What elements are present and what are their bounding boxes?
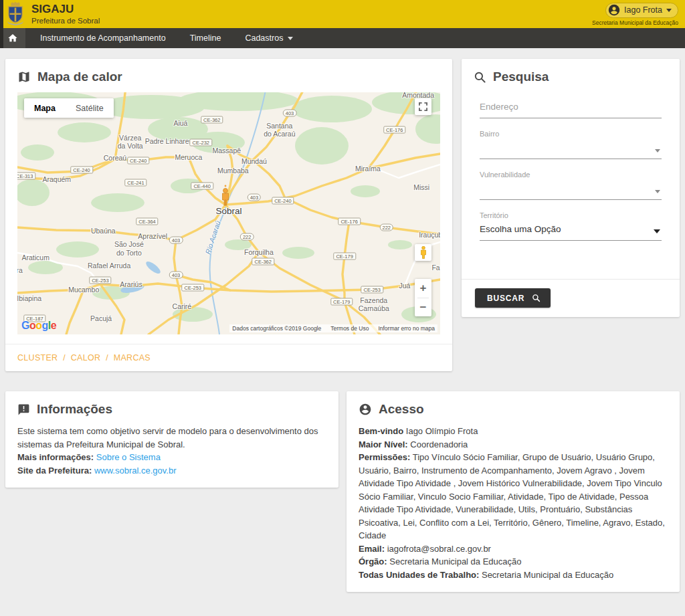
map-town-label: Pacujá [90,314,112,322]
map-road-badge: CE-313 [17,172,35,179]
main-nav: Instrumento de Acompanhamento Timeline C… [0,28,685,48]
search-icon [474,71,486,84]
field-bairro: Bairro [480,130,662,159]
search-form: Bairro Vulnerabilidade Território [462,92,680,241]
select-caret-icon [655,149,660,152]
map-road-badge: 403 [283,110,297,117]
marcas-link[interactable]: MARCAS [114,353,151,363]
user-menu-button[interactable]: Iago Frota [605,3,678,18]
account-circle-icon [359,403,372,416]
access-line: Bem-vindo Iago Olímpio Frota [359,425,668,438]
map-road-badge: CE-240 [70,166,92,173]
calor-link[interactable]: CALOR [71,353,101,363]
map-icon [17,70,31,84]
window-edge [0,0,3,48]
user-name: Iago Frota [624,5,662,15]
access-line: Todas Unidades de Trabalho: Secretaria M… [359,569,668,582]
map-road-badge: 403 [248,194,262,201]
info-card-body: Este sistema tem como objetivo servir de… [5,425,338,477]
territorio-selected-value: Escolha uma Opção [480,219,662,234]
map-town-label: São José do Torto [114,240,144,256]
google-map[interactable]: AmontadaAiuáSantana do AcaraúPadre Linha… [17,92,440,334]
user-avatar-icon [608,4,620,16]
brand-text: SIGAJU Prefeitura de Sobral [31,3,100,25]
map-road-badge: CE-253 [89,276,111,284]
map-road-badge: CE-362 [201,116,223,123]
more-info-label: Mais informações: [17,452,94,462]
map-town-label: Fazenda Carnaúba [359,296,389,312]
map-road-badge: CE-362 [252,258,274,266]
search-icon [532,294,541,302]
info-card-title: Informações [37,402,112,417]
nav-home-button[interactable] [0,28,25,48]
map-town-label: Sobral [215,206,241,217]
access-line: Órgão: Secretaria Municipal da Educação [359,555,668,569]
map-town-label: ajara [17,266,23,274]
vulnerabilidade-select[interactable] [480,179,662,200]
map-town-label: Aiuá [173,119,187,127]
fullscreen-button[interactable] [415,98,431,115]
map-town-label: Missi [413,183,429,191]
terms-of-use-link[interactable]: Termos de Uso [330,325,369,332]
prefeitura-site-link[interactable]: www.sobral.ce.gov.br [94,466,177,476]
about-system-link[interactable]: Sobre o Sistema [96,452,161,462]
zoom-control: + − [415,279,431,316]
map-road-badge: 222 [379,223,393,231]
brand: SIGAJU Prefeitura de Sobral [5,2,100,26]
report-error-link[interactable]: Informar erro no mapa [378,325,435,332]
app-header: SIGAJU Prefeitura de Sobral Iago Frota S… [0,0,685,28]
link-separator: / [63,353,66,363]
field-vulnerabilidade: Vulnerabilidade [480,171,662,200]
buscar-button[interactable]: BUSCAR [475,288,551,308]
map-view-links: CLUSTER / CALOR / MARCAS [5,344,452,371]
nav-item-cadastros[interactable]: Cadastros [235,28,302,48]
map-attribution: Dados cartográficos ©2019 Google Termos … [229,324,437,332]
field-territorio: Território Escolha uma Opção [480,211,662,241]
map-road-badge: 222 [240,233,254,241]
vulnerabilidade-label: Vulnerabilidade [480,171,662,179]
map-road-badge: CE-440 [191,183,213,190]
map-road-badge: CE-179 [333,253,355,260]
select-caret-icon [654,229,660,233]
field-endereco [480,96,662,118]
nav-item-instrumento[interactable]: Instrumento de Acompanhamento [31,28,175,48]
map-type-map-button[interactable]: Mapa [24,98,66,118]
fullscreen-icon [419,102,427,111]
map-town-label: Mucambo [68,286,99,294]
info-card-title-row: Informações [5,391,338,425]
map-road-badge: CE-176 [383,126,405,134]
caret-down-icon [288,37,293,40]
map-card-title-row: Mapa de calor [5,59,452,92]
attribution-data: Dados cartográficos ©2019 Google [232,325,321,332]
map-type-satellite-button[interactable]: Satélite [66,98,114,118]
map-town-label: Miraíma [355,165,381,173]
nav-item-timeline[interactable]: Timeline [181,28,231,48]
endereco-input[interactable] [480,96,662,118]
map-town-label: Massapê [213,146,241,155]
map-town-label: Forquilha [244,248,274,256]
cluster-link[interactable]: CLUSTER [17,353,58,363]
map-road-badge: CE-240 [272,197,294,205]
map-type-control: Mapa Satélite [24,98,114,118]
zoom-in-button[interactable]: + [415,279,431,298]
map-road-badge: CE-253 [182,284,204,292]
map-road-badge: CE-241 [124,179,146,187]
access-line: Email: iagofrota@sobral.ce.gov.br [359,542,668,556]
nav-item-cadastros-label: Cadastros [245,33,283,43]
home-icon [7,33,18,43]
map-road-badge: CE-179 [330,298,353,306]
access-card-title-row: Acesso [347,391,680,425]
territorio-select[interactable]: Escolha uma Opção [480,219,662,241]
map-town-label: Várzea da Volta [118,134,143,150]
google-logo: Google [21,320,56,332]
pegman-button[interactable] [415,244,431,261]
map-town-label: Faz [431,264,440,272]
territorio-label: Território [480,211,662,219]
info-more-line: Mais informações: Sobre o Sistema [17,451,326,464]
map-town-label: Padre Linhares [145,137,193,145]
bairro-select[interactable] [480,138,662,159]
caret-down-icon [666,9,672,12]
zoom-out-button[interactable]: − [415,298,431,317]
map-town-label: Araticum [21,253,49,262]
map-road-badge: CE-232 [190,138,212,146]
